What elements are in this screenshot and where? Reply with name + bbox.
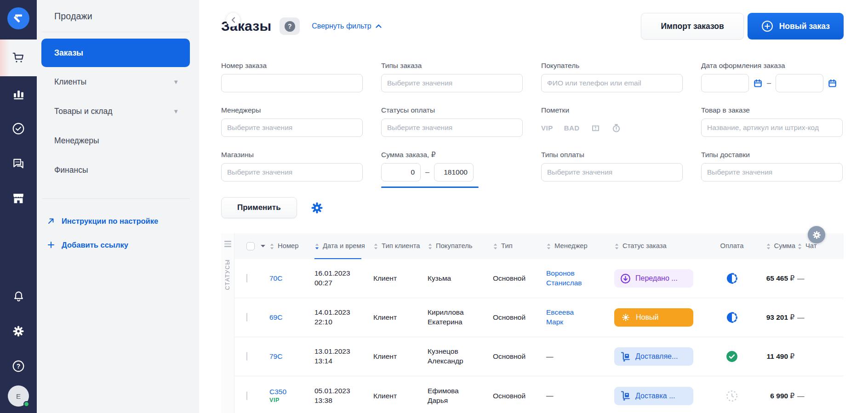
avatar[interactable]: E	[8, 385, 29, 407]
payment-partial-icon[interactable]	[726, 311, 738, 323]
order-sum-range: –	[381, 163, 479, 181]
select-menu-caret-icon[interactable]	[260, 244, 266, 248]
order-types-select[interactable]	[381, 74, 523, 92]
rail-button-help-icon[interactable]: ?	[7, 349, 29, 384]
statuses-side-tab[interactable]: СТАТУСЫ	[221, 233, 234, 413]
payment-partial-icon[interactable]	[726, 272, 738, 284]
column-header-тип[interactable]: Тип	[493, 233, 546, 259]
sidebar-item-клиенты[interactable]: Клиенты▼	[37, 67, 199, 96]
store-icon	[12, 192, 25, 205]
sidebar-item-label: Клиенты	[54, 77, 86, 87]
order-sum: 93 201₽	[766, 313, 797, 322]
collapse-filter-link[interactable]: Свернуть фильтр	[312, 22, 381, 30]
sort-icon[interactable]	[766, 243, 771, 250]
manager-link[interactable]: Воронов Станислав	[546, 269, 592, 288]
rail-item-bar-chart-icon[interactable]	[0, 76, 37, 111]
product-in-order-input[interactable]	[701, 119, 843, 137]
order-number-input[interactable]	[221, 74, 363, 92]
row-checkbox[interactable]	[246, 391, 247, 400]
rail-button-gear-icon[interactable]	[7, 314, 29, 349]
column-header-номер[interactable]: Номер	[269, 233, 314, 259]
sort-icon[interactable]	[428, 243, 433, 250]
box-alert-icon[interactable]	[591, 123, 600, 133]
sort-icon[interactable]	[546, 243, 551, 250]
apply-filter-button[interactable]: Применить	[221, 197, 297, 218]
mark-bad[interactable]: BAD	[564, 124, 580, 132]
new-order-button[interactable]: Новый заказ	[748, 13, 844, 40]
order-sum-to-input[interactable]	[434, 163, 474, 181]
table-settings-gear-button[interactable]	[808, 226, 825, 243]
order-date-from-input[interactable]	[701, 74, 749, 92]
column-header-оплата[interactable]: Оплата	[714, 233, 750, 259]
row-checkbox[interactable]	[246, 274, 247, 283]
rail-item-cart-icon[interactable]	[0, 40, 37, 76]
rail-item-store-icon[interactable]	[0, 181, 37, 216]
order-number-link[interactable]: C350VIP	[269, 387, 314, 404]
sidebar: Продажи ЗаказыКлиенты▼Товары и склад▼Мен…	[37, 0, 199, 413]
sidebar-collapse-button[interactable]	[226, 13, 240, 27]
mark-vip[interactable]: VIP	[541, 124, 553, 132]
cart-icon	[12, 51, 25, 64]
sort-icon[interactable]	[314, 243, 320, 250]
order-status-badge[interactable]: Доставка ...	[614, 387, 693, 405]
order-number-link[interactable]: 70C	[269, 274, 314, 283]
sort-icon[interactable]	[269, 243, 274, 250]
sidebar-link[interactable]: Добавить ссылку	[37, 233, 199, 257]
sort-icon[interactable]	[797, 243, 802, 250]
order-number-link[interactable]: 79C	[269, 352, 314, 361]
column-header-статус-заказа[interactable]: Статус заказа	[614, 233, 714, 259]
payment-pending-icon[interactable]	[726, 390, 738, 402]
svg-text:?: ?	[17, 362, 21, 370]
delivery-types-select[interactable]	[701, 163, 843, 181]
help-button[interactable]: ?	[280, 17, 300, 35]
vip-badge: VIP	[269, 396, 314, 404]
stopwatch-alert-icon[interactable]	[611, 123, 621, 133]
payment-paid-icon[interactable]	[726, 351, 738, 362]
sort-icon[interactable]	[614, 243, 619, 250]
chevron-down-icon[interactable]: ▼	[173, 79, 179, 85]
payment-statuses-select[interactable]	[381, 119, 523, 137]
sort-icon[interactable]	[373, 243, 378, 250]
order-number-link[interactable]: 69C	[269, 313, 314, 322]
chevron-down-icon[interactable]: ▼	[173, 108, 179, 115]
order-sum-from-input[interactable]	[381, 163, 421, 181]
calendar-icon[interactable]	[754, 79, 762, 88]
column-header-покупатель[interactable]: Покупатель	[428, 233, 493, 259]
column-header-тип-клиента[interactable]: Тип клиента	[373, 233, 428, 259]
filter-label: Магазины	[221, 151, 363, 159]
order-status-badge[interactable]: Новый	[614, 308, 693, 327]
managers-select[interactable]	[221, 119, 363, 137]
filter-settings-gear-icon[interactable]	[311, 202, 323, 214]
rail-item-chat-icon[interactable]	[0, 146, 37, 181]
main-content: Заказы ? Свернуть фильтр Импорт заказов …	[199, 0, 868, 413]
order-status-badge[interactable]: Передано ...	[614, 269, 693, 288]
sidebar-link[interactable]: Инструкции по настройке	[37, 209, 199, 233]
chat-cell: —	[797, 274, 827, 283]
import-orders-button[interactable]: Импорт заказов	[641, 13, 743, 40]
row-checkbox[interactable]	[246, 352, 247, 361]
table-menu-icon[interactable]	[224, 241, 231, 247]
calendar-icon[interactable]	[828, 79, 837, 88]
column-header-дата-и-время[interactable]: Дата и время	[314, 233, 373, 259]
shops-select[interactable]	[221, 163, 363, 181]
rail-item-check-circle-icon[interactable]	[0, 111, 37, 146]
sidebar-links: Инструкции по настройкеДобавить ссылку	[37, 209, 199, 257]
sort-icon[interactable]	[493, 243, 498, 250]
order-datetime: 05.01.202313:38	[314, 386, 373, 406]
retailcrm-logo-icon[interactable]	[7, 7, 29, 29]
select-all-checkbox[interactable]	[246, 242, 255, 250]
order-date-to-input[interactable]	[776, 74, 823, 92]
manager-link[interactable]: Евсеева Марк	[546, 308, 592, 327]
rail-button-bell-icon[interactable]	[7, 279, 29, 314]
order-status-badge[interactable]: Доставляе...	[614, 347, 693, 366]
sidebar-item-менеджеры[interactable]: Менеджеры	[37, 126, 199, 155]
sidebar-item-товары-и-склад[interactable]: Товары и склад▼	[37, 96, 199, 126]
buyer-input[interactable]	[541, 74, 683, 92]
row-checkbox[interactable]	[246, 313, 247, 322]
sidebar-item-финансы[interactable]: Финансы	[37, 155, 199, 185]
sidebar-item-заказы[interactable]: Заказы	[41, 39, 190, 67]
column-header-сумма[interactable]: Сумма	[750, 233, 797, 259]
payment-types-select[interactable]	[541, 163, 683, 181]
table-row-order-C350: C350VIP 05.01.202313:38 Клиент Ефимова Д…	[234, 376, 844, 413]
column-header-менеджер[interactable]: Менеджер	[546, 233, 614, 259]
